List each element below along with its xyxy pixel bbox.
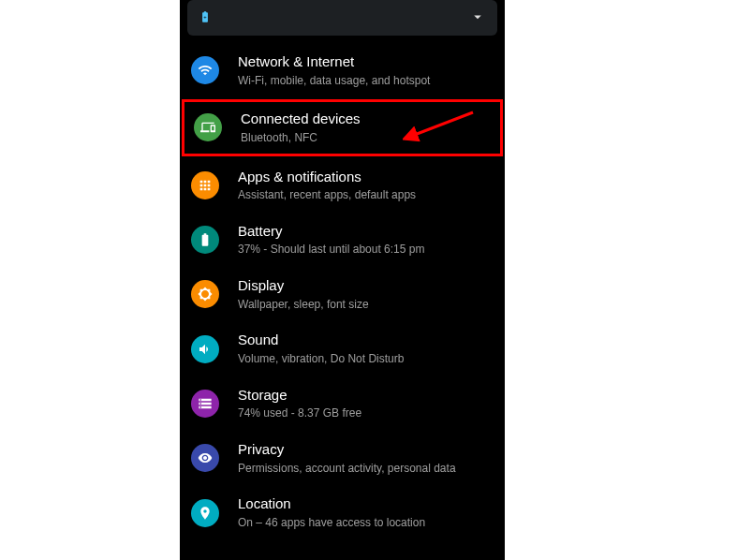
item-title: Display [238, 276, 369, 295]
item-title: Sound [238, 331, 404, 349]
battery-icon [191, 226, 219, 254]
chevron-down-icon[interactable] [469, 8, 486, 28]
arrow-annotation [403, 108, 478, 149]
item-subtitle: On – 46 apps have access to location [238, 515, 425, 531]
item-text: Apps & notifications Assistant, recent a… [238, 168, 416, 203]
sound-icon [191, 335, 219, 363]
settings-item-privacy[interactable]: Privacy Permissions, account activity, p… [180, 431, 505, 485]
item-subtitle: Permissions, account activity, personal … [238, 461, 456, 477]
item-title: Apps & notifications [238, 168, 416, 186]
item-text: Sound Volume, vibration, Do Not Disturb [238, 331, 404, 366]
privacy-icon [191, 444, 219, 472]
svg-line-2 [412, 112, 473, 136]
wifi-icon [191, 56, 219, 84]
item-text: Display Wallpaper, sleep, font size [238, 276, 369, 312]
item-subtitle: Assistant, recent apps, default apps [238, 187, 416, 203]
display-icon [191, 280, 219, 308]
settings-item-network[interactable]: Network & Internet Wi-Fi, mobile, data u… [180, 43, 505, 97]
item-text: Connected devices Bluetooth, NFC [241, 110, 361, 145]
devices-icon [194, 113, 222, 141]
item-text: Privacy Permissions, account activity, p… [238, 440, 456, 476]
item-subtitle: Volume, vibration, Do Not Disturb [238, 351, 404, 367]
top-suggestion-card[interactable]: + [187, 0, 497, 36]
item-subtitle: Bluetooth, NFC [241, 130, 361, 146]
settings-item-storage[interactable]: Storage 74% used - 8.37 GB free [180, 376, 505, 431]
item-title: Location [238, 494, 425, 513]
item-text: Location On – 46 apps have access to loc… [238, 494, 425, 530]
battery-icon: + [199, 10, 212, 26]
svg-text:+: + [203, 14, 207, 20]
item-subtitle: Wi-Fi, mobile, data usage, and hotspot [238, 73, 430, 89]
item-title: Privacy [238, 440, 456, 459]
item-title: Storage [238, 386, 361, 405]
settings-item-display[interactable]: Display Wallpaper, sleep, font size [180, 267, 505, 321]
item-text: Storage 74% used - 8.37 GB free [238, 386, 361, 421]
apps-icon [191, 171, 219, 199]
item-subtitle: Wallpaper, sleep, font size [238, 297, 369, 313]
item-title: Connected devices [241, 110, 361, 128]
item-title: Battery [238, 222, 424, 241]
item-text: Network & Internet Wi-Fi, mobile, data u… [238, 52, 430, 88]
item-subtitle: 74% used - 8.37 GB free [238, 405, 361, 421]
settings-item-apps[interactable]: Apps & notifications Assistant, recent a… [180, 158, 505, 213]
item-title: Network & Internet [238, 52, 430, 71]
item-subtitle: 37% - Should last until about 6:15 pm [238, 242, 424, 258]
settings-item-location[interactable]: Location On – 46 apps have access to loc… [180, 485, 505, 539]
storage-icon [191, 390, 219, 418]
settings-item-sound[interactable]: Sound Volume, vibration, Do Not Disturb [180, 321, 505, 376]
phone-screen: + Network & Internet Wi-Fi, mobile, data… [180, 0, 505, 560]
settings-item-battery[interactable]: Battery 37% - Should last until about 6:… [180, 213, 505, 267]
location-icon [191, 499, 219, 527]
item-text: Battery 37% - Should last until about 6:… [238, 222, 424, 258]
